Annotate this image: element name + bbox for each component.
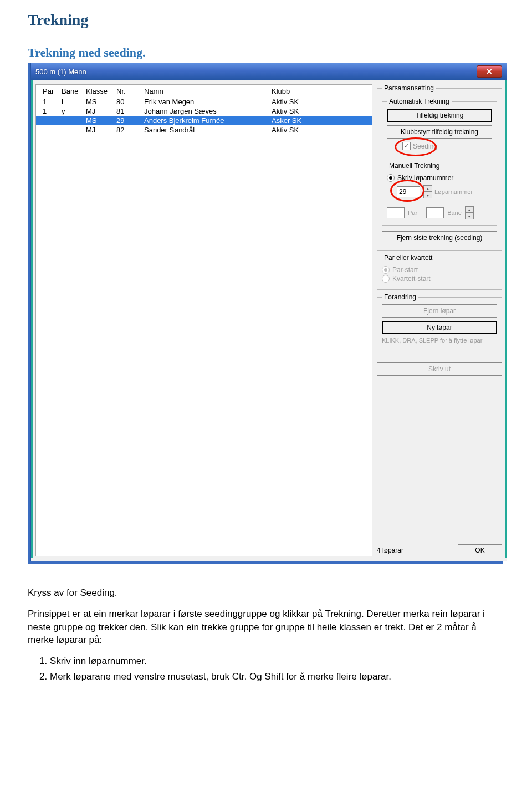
paragraph: Kryss av for Seeding. xyxy=(28,586,504,600)
section-title: Trekning med seeding. xyxy=(28,45,504,60)
col-par: Par xyxy=(43,87,62,95)
close-icon: ✕ xyxy=(486,67,493,76)
edge-decoration xyxy=(31,80,33,558)
field-label: Par xyxy=(408,210,417,216)
spinner-down-icon[interactable]: ▼ xyxy=(423,192,432,198)
group-label: Parsamansetting xyxy=(382,84,436,92)
klubbstyrt-trekning-button[interactable]: Klubbstyrt tilfeldig trekning xyxy=(387,125,492,139)
cell xyxy=(62,125,86,135)
par-start-radio xyxy=(382,266,390,274)
field-label: Løparnummer xyxy=(434,188,473,195)
table-row[interactable]: MS29Anders Bjerkreim FurnéeAsker SK xyxy=(36,116,372,125)
col-nr: Nr. xyxy=(116,87,144,95)
cell xyxy=(62,116,86,125)
kvartett-start-radio xyxy=(382,275,390,283)
group-label: Automatisk Trekning xyxy=(387,98,452,105)
col-namn: Namn xyxy=(144,87,272,95)
cell: 81 xyxy=(116,106,144,116)
par-input[interactable] xyxy=(387,207,405,218)
cell: y xyxy=(62,106,86,116)
fjern-lopar-button[interactable]: Fjern løpar xyxy=(382,304,497,318)
ny-lopar-button[interactable]: Ny løpar xyxy=(382,321,497,334)
group-parsamansetting: Parsamansetting Automatisk Trekning Tilf… xyxy=(377,84,502,251)
skriv-loparnummer-radio[interactable] xyxy=(387,174,395,182)
table-row[interactable]: MJ82Sander SøndrålAktiv SK xyxy=(36,125,372,135)
titlebar: 500 m (1) Menn ✕ xyxy=(31,63,507,80)
cell xyxy=(43,116,62,125)
radio-label: Par-start xyxy=(392,266,418,274)
page-title: Trekning xyxy=(28,11,504,29)
col-bane: Bane xyxy=(62,87,86,95)
spinner-up-icon[interactable]: ▲ xyxy=(423,185,432,192)
group-label: Par eller kvartett xyxy=(382,254,434,262)
spinner-down-icon[interactable]: ▼ xyxy=(465,213,474,219)
cell: Aktiv SK xyxy=(272,97,349,106)
list-header-row: Par Bane Klasse Nr. Namn Klubb xyxy=(36,85,372,97)
fjern-siste-trekning-button[interactable]: Fjern siste trekning (seeding) xyxy=(382,231,497,244)
cell: Sander Søndrål xyxy=(144,125,272,135)
group-manuell-trekning: Manuell Trekning Skriv løparnummer 29 ▲ … xyxy=(382,162,497,226)
paragraph: Prinsippet er at ein merkar løparar i fø… xyxy=(28,607,504,647)
cell xyxy=(43,125,62,135)
cell: Aktiv SK xyxy=(272,106,349,116)
radio-label: Kvartett-start xyxy=(392,275,431,283)
group-forandring: Forandring Fjern løpar Ny løpar KLIKK, D… xyxy=(377,293,502,350)
dialog-window: 500 m (1) Menn ✕ Par Bane Klasse Nr. Nam… xyxy=(30,63,507,561)
bane-input[interactable] xyxy=(426,207,444,218)
col-klasse: Klasse xyxy=(86,87,116,95)
drag-hint: KLIKK, DRA, SLEPP for å flytte løpar xyxy=(382,336,497,344)
annotation-circle xyxy=(390,180,424,202)
cell: Johann Jørgen Sæves xyxy=(144,106,272,116)
cell: 1 xyxy=(43,106,62,116)
cell: MS xyxy=(86,97,116,106)
cell: Erik van Megen xyxy=(144,97,272,106)
close-button[interactable]: ✕ xyxy=(477,65,502,78)
cell: Asker SK xyxy=(272,116,349,125)
skriv-ut-button[interactable]: Skriv ut xyxy=(377,362,502,376)
list-item: Skriv inn løparnummer. xyxy=(50,655,504,668)
cell: MS xyxy=(86,116,116,125)
ok-button[interactable]: OK xyxy=(458,544,502,556)
group-par-kvartett: Par eller kvartett Par-start Kvartett-st… xyxy=(377,254,502,290)
group-label: Manuell Trekning xyxy=(387,162,442,170)
cell: Anders Bjerkreim Furnée xyxy=(144,116,272,125)
annotation-circle xyxy=(395,137,437,156)
col-klubb: Klubb xyxy=(272,87,349,95)
field-label: Bane xyxy=(447,210,462,216)
spinner-up-icon[interactable]: ▲ xyxy=(465,206,474,213)
group-label: Forandring xyxy=(382,293,418,301)
cell: Aktiv SK xyxy=(272,125,349,135)
cell: MJ xyxy=(86,106,116,116)
loparnummer-spinner[interactable]: ▲ ▼ xyxy=(423,185,431,198)
bane-spinner[interactable]: ▲ ▼ xyxy=(465,206,473,219)
group-auto-trekning: Automatisk Trekning Tilfeldig trekning K… xyxy=(382,98,497,156)
cell: i xyxy=(62,97,86,106)
runner-list[interactable]: Par Bane Klasse Nr. Namn Klubb 1iMS80Eri… xyxy=(35,84,372,556)
cell: 80 xyxy=(116,97,144,106)
cell: MJ xyxy=(86,125,116,135)
list-item: Merk løparane med venstre musetast, bruk… xyxy=(50,670,504,683)
runner-count: 4 løparar xyxy=(377,546,403,554)
cell: 1 xyxy=(43,97,62,106)
table-row[interactable]: 1yMJ81Johann Jørgen SævesAktiv SK xyxy=(36,106,372,116)
cell: 29 xyxy=(116,116,144,125)
window-title: 500 m (1) Menn xyxy=(35,68,86,76)
cell: 82 xyxy=(116,125,144,135)
tilfeldig-trekning-button[interactable]: Tilfeldig trekning xyxy=(387,109,492,122)
table-row[interactable]: 1iMS80Erik van MegenAktiv SK xyxy=(36,97,372,106)
edge-decoration xyxy=(505,80,507,558)
